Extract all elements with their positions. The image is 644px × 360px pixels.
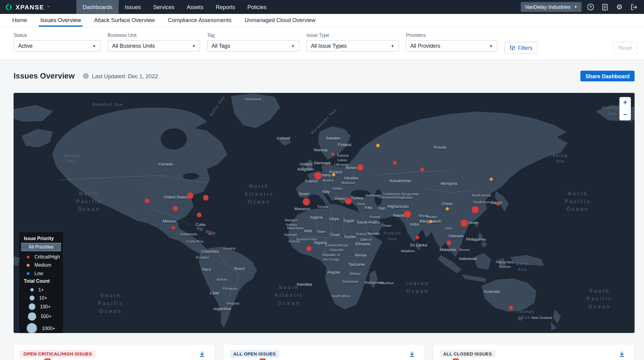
last-updated-text: Last Updated: Dec 1, 2022 [92, 73, 158, 79]
tab-issues-overview[interactable]: Issues Overview [40, 14, 81, 27]
topnav-item-reports[interactable]: Reports [209, 0, 241, 14]
filter-select-issue-type[interactable]: All Issue Types▼ [306, 40, 399, 51]
filter-select-status[interactable]: Active▼ [14, 40, 101, 51]
app-window: XPANSE ™ DashboardsIssuesServicesAssetsR… [0, 0, 644, 360]
zoom-out-icon[interactable]: − [619, 109, 631, 121]
issue-marker-critical[interactable] [209, 233, 211, 235]
tab-home[interactable]: Home [12, 14, 27, 27]
issue-marker-critical[interactable] [306, 246, 312, 252]
filter-select-tag[interactable]: All Tags▼ [207, 40, 299, 51]
filter-field-providers: ProvidersAll Providers▼ [406, 33, 498, 59]
issue-marker-critical[interactable] [173, 206, 178, 211]
filters-button[interactable]: Filters [504, 42, 538, 54]
topnav-item-dashboards[interactable]: Dashboards [76, 0, 119, 14]
chevron-down-icon: ▼ [391, 44, 394, 48]
topnav-item-issues[interactable]: Issues [119, 0, 147, 14]
download-icon[interactable] [619, 351, 625, 357]
page-title: Issues Overview [14, 72, 75, 81]
chevron-down-icon: ▼ [192, 44, 196, 48]
filters-icon [510, 45, 515, 51]
issue-marker-medium[interactable] [489, 178, 493, 181]
issue-marker-medium[interactable] [446, 207, 449, 211]
issue-marker-medium[interactable] [429, 220, 432, 223]
xpanse-logo: XPANSE ™ [0, 0, 76, 14]
topnav-item-policies[interactable]: Policies [241, 0, 273, 14]
issue-marker-critical[interactable] [197, 213, 202, 217]
legend-item-critical-high[interactable]: Critical/High [19, 253, 63, 261]
account-label: VanDelay Industries [525, 4, 571, 10]
map-legend: Issue Priority All Priorities Critical/H… [19, 232, 63, 333]
legend-item-low[interactable]: Low [19, 269, 63, 277]
legend-item-medium[interactable]: Medium [19, 261, 63, 269]
account-menu-button[interactable]: VanDelay Industries ▼ [521, 2, 582, 12]
help-icon[interactable]: ? [585, 2, 596, 12]
svg-text:?: ? [589, 5, 592, 9]
issue-marker-critical[interactable] [420, 167, 424, 172]
legend-count-label: 1+ [38, 287, 44, 292]
issue-marker-critical[interactable] [393, 161, 397, 165]
issue-marker-critical[interactable] [357, 164, 364, 171]
brand-trademark: ™ [47, 6, 49, 8]
card-title-badge: ALL OPEN ISSUES [230, 350, 279, 358]
tab-attack-surface-overview[interactable]: Attack Surface Overview [94, 14, 155, 27]
reset-button[interactable]: Reset [613, 42, 638, 54]
release-notes-icon[interactable] [600, 2, 610, 12]
sign-out-icon[interactable] [628, 2, 639, 12]
filter-select-business-unit[interactable]: All Business Units▼ [108, 40, 200, 51]
issue-marker-critical[interactable] [416, 236, 419, 239]
topnav-item-services[interactable]: Services [147, 0, 180, 14]
clipped-count-badge [44, 358, 50, 360]
legend-priority-items: Critical/HighMediumLow [19, 253, 63, 278]
legend-count-label: 10+ [39, 296, 47, 301]
info-icon[interactable]: i [83, 73, 89, 79]
issue-marker-critical[interactable] [509, 306, 513, 310]
download-icon[interactable] [199, 351, 205, 357]
issue-card-critical: OPEN CRITICAL/HIGH ISSUES [14, 345, 215, 360]
legend-item-label: Critical/High [34, 254, 60, 259]
card-header: OPEN CRITICAL/HIGH ISSUES [14, 345, 215, 358]
issue-marker-critical[interactable] [203, 195, 209, 201]
issue-marker-medium[interactable] [332, 173, 335, 176]
issue-marker-critical[interactable] [404, 211, 411, 218]
issue-marker-critical[interactable] [461, 220, 468, 227]
tab-unmanaged-cloud-overview[interactable]: Unmanaged Cloud Overview [244, 14, 315, 27]
filter-label: Status [14, 33, 101, 38]
issue-marker-critical[interactable] [331, 153, 334, 156]
legend-all-priorities[interactable]: All Priorities [21, 243, 61, 251]
chevron-down-icon: ▼ [574, 5, 577, 9]
issue-card-open: ALL OPEN ISSUES [223, 345, 425, 360]
filter-value: All Providers [410, 43, 440, 49]
share-dashboard-label: Share Dashboard [585, 73, 630, 79]
zoom-in-icon[interactable]: + [619, 97, 631, 108]
issue-marker-critical[interactable] [314, 172, 321, 179]
share-dashboard-button[interactable]: Share Dashboard [581, 71, 635, 81]
map-zoom-control: + − [619, 97, 631, 121]
issue-marker-critical[interactable] [345, 198, 352, 204]
topnav-item-assets[interactable]: Assets [180, 0, 209, 14]
settings-icon[interactable]: ⚙ [614, 2, 625, 12]
issue-marker-critical[interactable] [496, 202, 500, 206]
map-continents [14, 93, 635, 333]
issue-marker-critical[interactable] [145, 198, 149, 203]
dashboard-tabs: HomeIssues OverviewAttack Surface Overvi… [0, 14, 644, 27]
issue-marker-critical[interactable] [187, 192, 193, 199]
tab-compliance-assessments[interactable]: Compliance Assessments [168, 14, 231, 27]
map-row: GreenlandIcelandCanadaUnited StatesMexic… [14, 93, 635, 333]
issue-marker-critical[interactable] [303, 198, 310, 205]
legend-item-label: Low [34, 271, 43, 276]
issue-marker-critical[interactable] [471, 206, 479, 213]
world-map[interactable]: GreenlandIcelandCanadaUnited StatesMexic… [14, 93, 635, 333]
issue-marker-medium[interactable] [376, 144, 380, 147]
filter-select-providers[interactable]: All Providers▼ [406, 40, 498, 51]
issue-marker-critical[interactable] [446, 240, 451, 245]
issue-marker-critical[interactable] [171, 226, 175, 230]
priority-dot-icon [27, 264, 30, 267]
chevron-down-icon: ▼ [291, 44, 295, 48]
filter-value: Active [18, 43, 33, 49]
card-header: ALL OPEN ISSUES [223, 345, 425, 358]
download-icon[interactable] [409, 351, 415, 357]
page-header: Issues Overview i Last Updated: Dec 1, 2… [14, 70, 635, 82]
filter-label: Tag [207, 33, 299, 38]
filter-field-business-unit: Business UnitAll Business Units▼ [108, 33, 200, 59]
card-title-badge: OPEN CRITICAL/HIGH ISSUES [20, 350, 95, 358]
